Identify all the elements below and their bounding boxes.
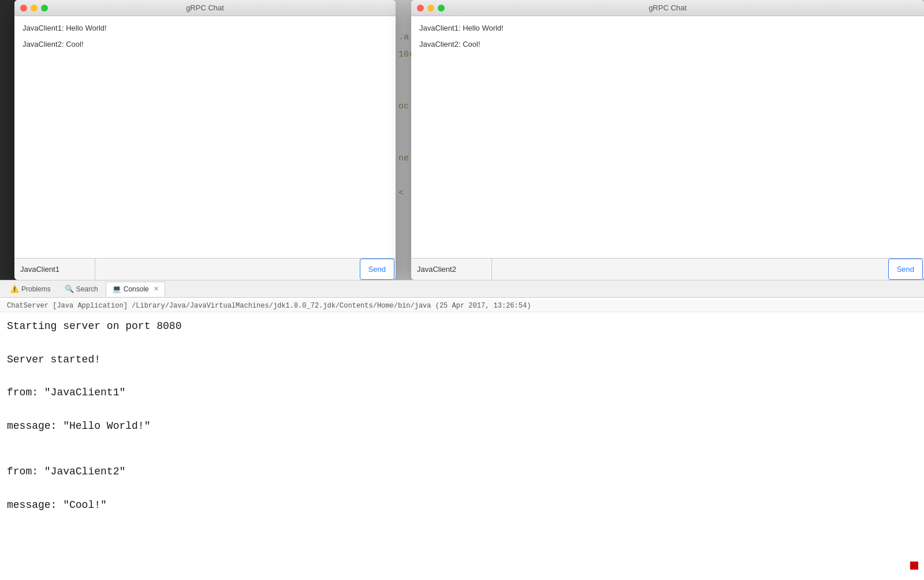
ide-console-content: ChatServer [Java Application] /Library/J… (0, 298, 924, 580)
chat-msg-1-0: JavaClient1: Hello World! (23, 23, 388, 33)
console-close-icon[interactable]: ✕ (154, 285, 159, 293)
chat-message-input-1[interactable] (95, 259, 359, 280)
problems-icon: ⚠️ (10, 285, 19, 293)
chat-msg-2-0: JavaClient1: Hello World! (419, 23, 916, 33)
tab-search[interactable]: 🔍 Search (58, 282, 105, 297)
chat-messages-2: JavaClient1: Hello World! JavaClient2: C… (411, 16, 924, 258)
console-line-1: Server started! (7, 351, 917, 368)
tab-problems[interactable]: ⚠️ Problems (3, 282, 57, 297)
chat-messages-1: JavaClient1: Hello World! JavaClient2: C… (14, 16, 396, 258)
tab-console-label: Console (124, 285, 149, 293)
console-line-6: message: "Cool!" (7, 497, 917, 514)
titlebar-2: gRPC Chat (411, 0, 924, 16)
max-btn-2[interactable] (438, 5, 445, 12)
search-icon: 🔍 (65, 285, 74, 293)
window-title-2: gRPC Chat (649, 3, 687, 12)
console-line-3: message: "Hello World!" (7, 418, 917, 435)
chat-name-input-2[interactable] (411, 259, 492, 280)
tab-search-label: Search (76, 285, 98, 293)
send-button-2[interactable]: Send (888, 259, 923, 280)
titlebar-1: gRPC Chat (14, 0, 396, 16)
window-controls-2 (417, 5, 445, 12)
chat-input-bar-1: Send (14, 258, 396, 280)
chat-msg-2-1: JavaClient2: Cool! (419, 39, 916, 50)
console-blank-1 (7, 451, 917, 463)
send-button-1[interactable]: Send (360, 259, 394, 280)
stop-button[interactable] (910, 562, 918, 570)
window-title-1: gRPC Chat (186, 3, 224, 12)
chat-name-input-1[interactable] (14, 259, 95, 280)
close-btn-1[interactable] (20, 5, 27, 12)
min-btn-1[interactable] (31, 5, 38, 12)
chat-msg-1-1: JavaClient2: Cool! (23, 39, 388, 50)
console-line-2: from: "JavaClient1" (7, 384, 917, 401)
tab-console[interactable]: 💻 Console ✕ (106, 282, 165, 297)
window-body-1: JavaClient1: Hello World! JavaClient2: C… (14, 16, 396, 280)
chat-message-input-2[interactable] (492, 259, 887, 280)
window-controls-1 (20, 5, 48, 12)
close-btn-2[interactable] (417, 5, 424, 12)
window-body-2: JavaClient1: Hello World! JavaClient2: C… (411, 16, 924, 280)
grpc-chat-window-2: gRPC Chat JavaClient1: Hello World! Java… (411, 0, 924, 280)
console-header: ChatServer [Java Application] /Library/J… (0, 300, 924, 312)
console-icon: 💻 (112, 285, 121, 293)
ide-tab-bar: ⚠️ Problems 🔍 Search 💻 Console ✕ (0, 280, 924, 298)
tab-problems-label: Problems (21, 285, 51, 293)
chat-input-bar-2: Send (411, 258, 924, 280)
console-line-0: Starting server on port 8080 (7, 318, 917, 335)
grpc-chat-window-1: gRPC Chat JavaClient1: Hello World! Java… (14, 0, 396, 280)
max-btn-1[interactable] (41, 5, 48, 12)
console-output: Starting server on port 8080 Server star… (0, 312, 924, 578)
ide-bottom-panel: ⚠️ Problems 🔍 Search 💻 Console ✕ ChatSer… (0, 280, 924, 580)
console-line-5: from: "JavaClient2" (7, 463, 917, 480)
min-btn-2[interactable] (427, 5, 434, 12)
